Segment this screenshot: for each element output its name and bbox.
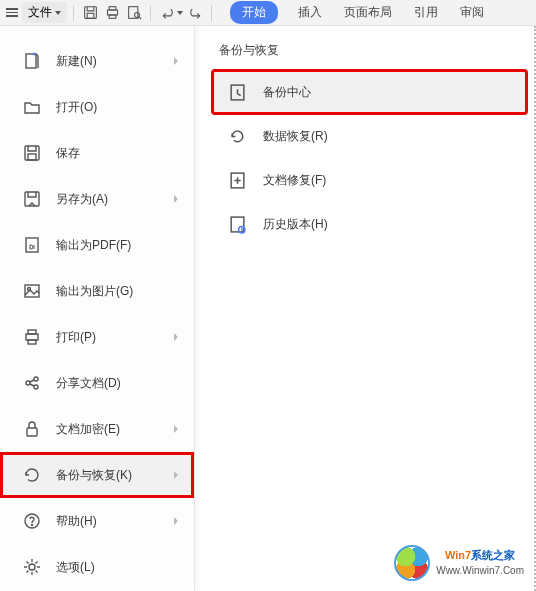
menu-item-export-pdf[interactable]: 输出为PDF(F)	[0, 222, 194, 268]
chevron-right-icon	[174, 425, 178, 433]
watermark-url: Www.Winwin7.Com	[436, 564, 524, 578]
tab-review[interactable]: 审阅	[458, 0, 486, 25]
svg-point-23	[29, 564, 35, 570]
menu-label: 另存为(A)	[56, 191, 174, 208]
file-menu-button[interactable]: 文件	[22, 2, 67, 23]
menu-label: 新建(N)	[56, 53, 174, 70]
gear-icon	[22, 557, 42, 577]
sub-item-data-recovery[interactable]: 数据恢复(R)	[213, 115, 526, 157]
svg-rect-8	[25, 146, 39, 160]
svg-rect-14	[26, 334, 38, 340]
content-area: 新建(N) 打开(O) 保存 另存为(A) 输出为P	[0, 26, 536, 591]
share-icon	[22, 373, 42, 393]
watermark-brand-b: 系统之家	[471, 549, 515, 561]
tab-insert[interactable]: 插入	[296, 0, 324, 25]
redo-icon[interactable]	[185, 3, 205, 23]
repair-icon	[227, 170, 247, 190]
menu-icon[interactable]	[4, 5, 20, 21]
chevron-right-icon	[174, 333, 178, 341]
menu-label: 选项(L)	[56, 559, 178, 576]
menu-label: 保存	[56, 145, 178, 162]
menu-label: 帮助(H)	[56, 513, 174, 530]
separator	[211, 5, 212, 21]
undo-icon[interactable]	[157, 3, 177, 23]
chevron-down-icon	[55, 11, 61, 15]
menu-label: 文档加密(E)	[56, 421, 174, 438]
ribbon-tabs: 开始 插入 页面布局 引用 审阅	[230, 0, 486, 25]
folder-icon	[22, 97, 42, 117]
recovery-icon	[227, 126, 247, 146]
sub-item-label: 数据恢复(R)	[263, 128, 328, 145]
print-icon[interactable]	[102, 3, 122, 23]
menu-label: 打开(O)	[56, 99, 178, 116]
sub-item-backup-center[interactable]: 备份中心	[213, 71, 526, 113]
history-icon	[227, 214, 247, 234]
menu-item-share[interactable]: 分享文档(D)	[0, 360, 194, 406]
menu-item-new[interactable]: 新建(N)	[0, 38, 194, 84]
menu-item-options[interactable]: 选项(L)	[0, 544, 194, 590]
menu-item-save-as[interactable]: 另存为(A)	[0, 176, 194, 222]
menu-label: 打印(P)	[56, 329, 174, 346]
svg-rect-9	[28, 154, 36, 160]
separator	[150, 5, 151, 21]
tab-page-layout[interactable]: 页面布局	[342, 0, 394, 25]
menu-item-print[interactable]: 打印(P)	[0, 314, 194, 360]
svg-rect-0	[84, 7, 96, 19]
sub-item-label: 备份中心	[263, 84, 311, 101]
chevron-right-icon	[174, 471, 178, 479]
svg-rect-16	[28, 340, 36, 344]
watermark: Win7系统之家 Www.Winwin7.Com	[394, 545, 524, 581]
svg-rect-7	[26, 54, 36, 68]
tab-references[interactable]: 引用	[412, 0, 440, 25]
menu-label: 输出为图片(G)	[56, 283, 178, 300]
save-as-icon	[22, 189, 42, 209]
menu-item-export-image[interactable]: 输出为图片(G)	[0, 268, 194, 314]
print-icon	[22, 327, 42, 347]
preview-icon[interactable]	[124, 3, 144, 23]
new-icon	[22, 51, 42, 71]
svg-rect-3	[109, 7, 116, 10]
svg-rect-4	[109, 15, 116, 18]
menu-item-help[interactable]: 帮助(H)	[0, 498, 194, 544]
top-toolbar: 文件 开始 插入 页面布局 引用 审阅	[0, 0, 536, 26]
watermark-logo-icon	[394, 545, 430, 581]
chevron-right-icon	[174, 57, 178, 65]
svg-point-17	[26, 381, 30, 385]
menu-label: 分享文档(D)	[56, 375, 178, 392]
menu-item-encrypt[interactable]: 文档加密(E)	[0, 406, 194, 452]
svg-point-22	[32, 525, 33, 526]
pdf-icon	[22, 235, 42, 255]
image-icon	[22, 281, 42, 301]
save-icon[interactable]	[80, 3, 100, 23]
sub-item-label: 历史版本(H)	[263, 216, 328, 233]
chevron-right-icon	[174, 195, 178, 203]
svg-point-18	[34, 377, 38, 381]
file-label: 文件	[28, 4, 52, 21]
svg-rect-20	[27, 428, 37, 436]
menu-label: 备份与恢复(K)	[56, 467, 174, 484]
backup-center-icon	[227, 82, 247, 102]
lock-icon	[22, 419, 42, 439]
menu-item-backup-restore[interactable]: 备份与恢复(K)	[0, 452, 194, 498]
svg-point-19	[34, 385, 38, 389]
svg-rect-15	[28, 330, 36, 334]
sub-item-history[interactable]: 历史版本(H)	[213, 203, 526, 245]
submenu-panel: 备份与恢复 备份中心 数据恢复(R) 文档修复(F) 历史版本(H)	[195, 26, 536, 591]
submenu-title: 备份与恢复	[213, 42, 526, 59]
separator	[73, 5, 74, 21]
file-menu: 新建(N) 打开(O) 保存 另存为(A) 输出为P	[0, 26, 195, 591]
menu-item-open[interactable]: 打开(O)	[0, 84, 194, 130]
chevron-right-icon	[174, 517, 178, 525]
menu-item-save[interactable]: 保存	[0, 130, 194, 176]
help-icon	[22, 511, 42, 531]
svg-rect-2	[107, 10, 117, 15]
svg-rect-1	[87, 13, 94, 18]
chevron-down-icon[interactable]	[177, 11, 183, 15]
sub-item-label: 文档修复(F)	[263, 172, 326, 189]
tab-start[interactable]: 开始	[230, 1, 278, 24]
sub-item-doc-repair[interactable]: 文档修复(F)	[213, 159, 526, 201]
menu-label: 输出为PDF(F)	[56, 237, 178, 254]
save-icon	[22, 143, 42, 163]
watermark-brand-a: Win7	[445, 549, 471, 561]
restore-icon	[22, 465, 42, 485]
